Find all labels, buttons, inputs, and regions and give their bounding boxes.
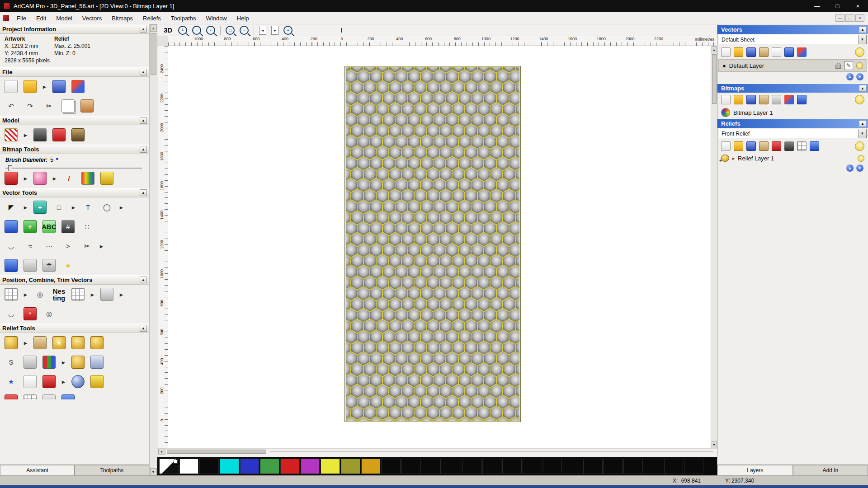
zoom-out-icon[interactable]: − bbox=[192, 26, 201, 35]
cut-icon[interactable]: ✂ bbox=[42, 99, 56, 113]
tab-layers[interactable]: Layers bbox=[717, 465, 793, 475]
nesting-icon[interactable]: Nes ting bbox=[52, 288, 66, 301]
collapse-relief-tools-button[interactable]: ▲ bbox=[140, 325, 147, 332]
create-rectangle-icon[interactable]: □ bbox=[52, 201, 66, 214]
color-swatch[interactable] bbox=[341, 459, 360, 474]
set-model-size-icon[interactable] bbox=[5, 128, 18, 141]
next-view-icon[interactable]: ▸ bbox=[271, 26, 278, 35]
new-relief-layer-icon[interactable] bbox=[721, 141, 731, 151]
vector-layer-item[interactable]: ● Default Layer ✎ bbox=[718, 59, 867, 72]
layer-colour-swatch[interactable]: ● bbox=[722, 62, 726, 69]
paint-icon[interactable] bbox=[5, 172, 18, 185]
flood-fill-icon[interactable] bbox=[100, 172, 113, 185]
tab-toolpaths[interactable]: Toolpaths bbox=[75, 465, 149, 475]
flyout-arrow[interactable]: ▸ bbox=[24, 288, 28, 301]
delete-relief-layer-icon[interactable] bbox=[810, 141, 819, 151]
move-layer-down-button[interactable]: ▼ bbox=[856, 73, 863, 80]
scroll-track[interactable] bbox=[270, 451, 713, 452]
menu-item[interactable]: Model bbox=[51, 12, 77, 24]
flyout-arrow[interactable]: ▸ bbox=[61, 356, 66, 369]
new-vector-layer-icon[interactable] bbox=[721, 47, 731, 57]
canvas-horizontal-scrollbar[interactable]: ▸ bbox=[157, 448, 717, 455]
color-swatch[interactable] bbox=[543, 459, 562, 474]
color-swatch[interactable] bbox=[422, 459, 441, 474]
move-layer-up-button[interactable]: ▲ bbox=[846, 164, 854, 172]
color-swatch[interactable] bbox=[361, 459, 381, 474]
measure-tool-icon[interactable]: ☂ bbox=[42, 259, 56, 272]
color-swatch[interactable] bbox=[280, 459, 300, 474]
menu-item[interactable]: Bitmaps bbox=[107, 12, 138, 24]
greyscale-icon[interactable] bbox=[772, 95, 781, 104]
scale-relief-layer-icon[interactable] bbox=[797, 141, 807, 151]
color-swatch[interactable] bbox=[462, 459, 481, 474]
color-swatch[interactable] bbox=[502, 459, 522, 474]
unwrap-relief-icon[interactable] bbox=[24, 375, 37, 388]
spiral-tool-icon[interactable]: ◎ bbox=[42, 307, 56, 320]
chevron-down-icon[interactable]: ▼ bbox=[858, 129, 866, 138]
color-swatch[interactable] bbox=[442, 459, 461, 474]
offset-relief-icon[interactable] bbox=[5, 394, 18, 399]
align-vectors-icon[interactable] bbox=[5, 288, 18, 301]
zoom-page-icon[interactable]: □ bbox=[226, 26, 235, 35]
texture-relief-icon[interactable]: ★ bbox=[52, 336, 66, 349]
open-model-icon[interactable] bbox=[24, 80, 37, 93]
delete-vector-layer-icon[interactable] bbox=[784, 47, 794, 57]
lock-layer-icon[interactable] bbox=[835, 65, 841, 69]
move-layer-down-button[interactable]: ▼ bbox=[856, 164, 863, 172]
new-sheet-icon[interactable] bbox=[772, 47, 781, 57]
menu-item[interactable]: Edit bbox=[31, 12, 51, 24]
collapse-model-button[interactable]: ▲ bbox=[140, 117, 147, 124]
model-lighting-icon[interactable] bbox=[33, 128, 47, 141]
color-swatch[interactable] bbox=[260, 459, 279, 474]
zoom-selected-icon[interactable]: ▪ bbox=[283, 26, 292, 35]
node-edit-icon[interactable]: > bbox=[61, 239, 75, 253]
color-swatch[interactable] bbox=[482, 459, 502, 474]
color-swatch[interactable] bbox=[563, 459, 582, 474]
collapse-bitmaps-button[interactable]: ▲ bbox=[859, 85, 866, 92]
delete-bitmap-layer-icon[interactable] bbox=[797, 95, 807, 104]
open-relief-file-icon[interactable] bbox=[734, 141, 743, 151]
color-swatch[interactable] bbox=[684, 459, 703, 474]
flyout-arrow[interactable]: ▸ bbox=[71, 201, 75, 214]
minimize-button[interactable]: — bbox=[807, 0, 827, 12]
chevron-down-icon[interactable]: ▼ bbox=[858, 35, 866, 44]
collapse-bitmap-tools-button[interactable]: ▲ bbox=[140, 146, 147, 153]
color-swatch[interactable] bbox=[401, 459, 421, 474]
transform-relief-icon[interactable] bbox=[772, 141, 781, 151]
toggle-all-reliefs-icon[interactable] bbox=[855, 141, 864, 151]
layer-visibility-icon[interactable] bbox=[856, 62, 863, 69]
zoom-objects-icon[interactable]: ◦ bbox=[240, 26, 249, 35]
flyout-arrow[interactable]: ▸ bbox=[24, 336, 28, 349]
color-swatch[interactable] bbox=[604, 459, 623, 474]
menu-item[interactable]: Help bbox=[232, 12, 254, 24]
canvas-vertical-scrollbar[interactable]: ▲ ▼ bbox=[711, 46, 717, 448]
notes-icon[interactable] bbox=[52, 128, 66, 141]
zoom-box-icon[interactable]: ▫ bbox=[206, 26, 215, 35]
flyout-arrow[interactable]: ▸ bbox=[119, 288, 123, 301]
merge-visible-vectors-icon[interactable] bbox=[797, 47, 807, 57]
transform-vectors-icon[interactable]: + bbox=[33, 201, 47, 214]
2d-view-canvas[interactable] bbox=[168, 46, 711, 448]
view-scale-slider[interactable] bbox=[304, 30, 342, 30]
create-ellipse-icon[interactable]: ◯ bbox=[100, 201, 113, 214]
flyout-arrow[interactable]: ▸ bbox=[24, 172, 28, 185]
scroll-thumb[interactable] bbox=[151, 33, 156, 75]
save-vector-layer-icon[interactable] bbox=[746, 47, 756, 57]
drip-feed-icon[interactable] bbox=[71, 356, 85, 369]
point-array-icon[interactable]: ∷ bbox=[80, 220, 94, 233]
select-vectors-icon[interactable]: ◤ bbox=[5, 201, 18, 214]
scroll-left-button[interactable]: ▸ bbox=[158, 449, 165, 455]
scroll-thumb[interactable] bbox=[167, 450, 266, 454]
flyout-arrow[interactable]: ▸ bbox=[99, 239, 104, 253]
bitmap-layer-item[interactable]: Bitmap Layer 1 bbox=[717, 107, 868, 118]
import-relief-icon[interactable] bbox=[759, 141, 769, 151]
paint-selective-icon[interactable] bbox=[33, 172, 47, 185]
swept-profile-icon[interactable]: S bbox=[5, 356, 18, 369]
join-vectors-icon[interactable]: ◡ bbox=[5, 307, 18, 320]
smooth-vector-icon[interactable]: ≈ bbox=[24, 239, 37, 253]
document-menu-icon[interactable] bbox=[3, 15, 9, 21]
relief-layer-name[interactable]: Relief Layer 1 bbox=[738, 155, 854, 162]
collapse-vector-tools-button[interactable]: ▲ bbox=[140, 189, 147, 196]
flyout-arrow[interactable]: ▸ bbox=[90, 288, 94, 301]
extrude-wizard-icon[interactable] bbox=[5, 259, 18, 272]
